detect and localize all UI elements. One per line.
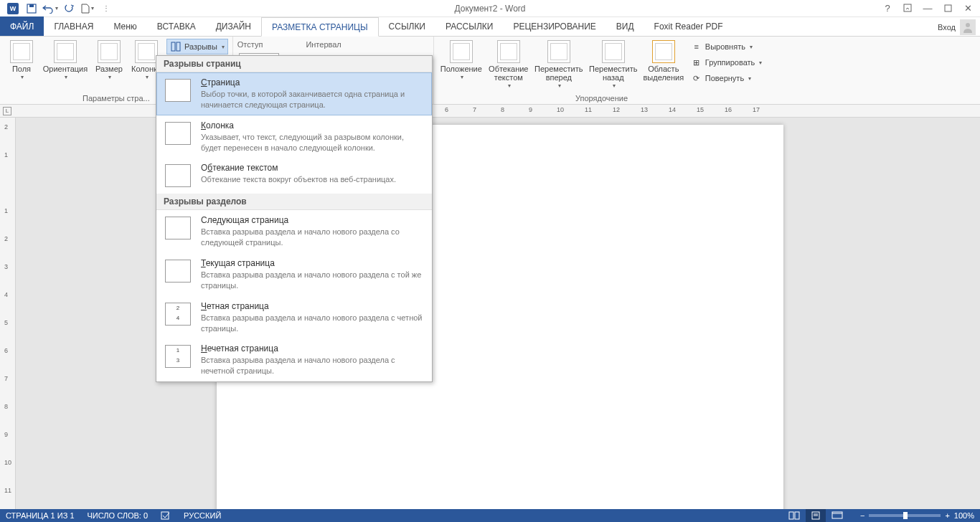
svg-rect-1 — [29, 4, 34, 7]
redo-icon[interactable] — [60, 1, 77, 16]
ruler-vertical[interactable]: 211234567891011 — [0, 118, 16, 509]
wrap-icon — [497, 40, 520, 63]
dropdown-section-section-breaks: Разрывы разделов — [156, 194, 432, 210]
break-text-wrap-title: Обтекание текстом — [201, 163, 425, 173]
break-next-page-icon — [164, 215, 192, 241]
tab-review[interactable]: РЕЦЕНЗИРОВАНИЕ — [503, 16, 606, 36]
view-read-icon[interactable] — [784, 509, 804, 522]
status-page[interactable]: СТРАНИЦА 1 ИЗ 1 — [6, 511, 75, 520]
word-app-icon[interactable]: W — [4, 1, 22, 16]
group-icon: ⊞ — [691, 57, 702, 68]
dropdown-section-page-breaks: Разрывы страниц — [156, 56, 432, 72]
window-controls: ? — ✕ — [878, 0, 977, 16]
close-icon[interactable]: ✕ — [958, 0, 977, 16]
tab-references[interactable]: ССЫЛКИ — [379, 16, 435, 36]
zoom-level[interactable]: 100% — [954, 511, 974, 520]
help-icon[interactable]: ? — [878, 0, 897, 16]
break-odd-page[interactable]: 13 Нечетная страницаВставка разрыва разд… — [156, 338, 432, 381]
avatar-icon — [960, 19, 976, 35]
maximize-icon[interactable] — [938, 0, 957, 16]
ribbon: Поля▾ Ориентация▾ Размер▾ Колонки▾ Разры… — [0, 37, 980, 105]
title-bar: W ▾ ▾ ⋮ Документ2 - Word ? — ✕ — [0, 0, 980, 17]
break-continuous[interactable]: Текущая страницаВставка разрыва раздела … — [156, 253, 432, 296]
status-bar: СТРАНИЦА 1 ИЗ 1 ЧИСЛО СЛОВ: 0 РУССКИЙ − … — [0, 509, 980, 522]
zoom-out-button[interactable]: − — [860, 511, 864, 520]
svg-rect-13 — [832, 512, 842, 518]
break-next-page-title: Следующая страница — [201, 215, 425, 225]
break-column-title: Колонка — [201, 120, 425, 130]
new-doc-icon[interactable]: ▾ — [79, 1, 96, 16]
svg-rect-3 — [945, 5, 951, 11]
ruler-horizontal[interactable]: L 67891011121314151617 — [0, 105, 980, 118]
break-continuous-title: Текущая страница — [201, 258, 425, 268]
tab-menu[interactable]: Меню — [103, 16, 146, 36]
group-arrange-label: Упорядочение — [438, 94, 765, 105]
view-web-icon[interactable] — [827, 509, 847, 522]
svg-rect-9 — [795, 512, 799, 519]
indent-label: Отступ — [237, 40, 263, 49]
forward-icon — [547, 40, 570, 63]
break-column-icon — [164, 120, 192, 146]
svg-rect-6 — [176, 42, 180, 51]
tab-foxit[interactable]: Foxit Reader PDF — [644, 16, 733, 36]
break-column[interactable]: КолонкаУказывает, что текст, следующий з… — [156, 115, 432, 158]
tab-selector-icon[interactable]: L — [3, 107, 11, 115]
spacing-label: Интервал — [306, 40, 341, 49]
status-language[interactable]: РУССКИЙ — [184, 511, 221, 520]
tab-design[interactable]: ДИЗАЙН — [206, 16, 261, 36]
break-continuous-icon — [164, 258, 192, 284]
tab-mailings[interactable]: РАССЫЛКИ — [435, 16, 503, 36]
svg-rect-5 — [171, 42, 175, 51]
orientation-button[interactable]: Ориентация▾ — [42, 39, 89, 82]
tab-home[interactable]: ГЛАВНАЯ — [44, 16, 103, 36]
undo-icon[interactable]: ▾ — [42, 1, 59, 16]
status-proofing-icon[interactable] — [161, 511, 171, 521]
break-page-icon — [164, 77, 192, 103]
rotate-button[interactable]: ⟳Повернуть▾ — [688, 70, 765, 86]
align-button[interactable]: ≡Выровнять▾ — [688, 39, 765, 54]
zoom-in-button[interactable]: + — [945, 511, 949, 520]
tab-file[interactable]: ФАЙЛ — [0, 16, 44, 36]
breaks-dropdown: Разрывы страниц СтраницаВыбор точки, в к… — [156, 55, 433, 382]
group-button[interactable]: ⊞Группировать▾ — [688, 54, 765, 70]
selection-icon — [652, 40, 675, 63]
wrap-button[interactable]: Обтекание текстом▾ — [487, 39, 530, 91]
break-even-page[interactable]: 24 Четная страницаВставка разрыва раздел… — [156, 296, 432, 339]
position-icon — [450, 40, 473, 63]
rotate-icon: ⟳ — [691, 72, 702, 84]
break-odd-page-title: Нечетная страница — [201, 343, 425, 353]
position-button[interactable]: Положение▾ — [438, 39, 484, 82]
save-icon[interactable] — [23, 1, 40, 16]
sign-in-label: Вход — [938, 23, 956, 32]
send-backward-button[interactable]: Переместить назад▾ — [588, 39, 639, 91]
view-buttons — [784, 509, 847, 522]
zoom-slider[interactable] — [869, 514, 941, 517]
bring-forward-button[interactable]: Переместить вперед▾ — [533, 39, 585, 91]
group-arrange: Положение▾ Обтекание текстом▾ Переместит… — [434, 37, 770, 105]
tab-view[interactable]: ВИД — [606, 16, 644, 36]
break-page[interactable]: СтраницаВыбор точки, в которой заканчива… — [156, 72, 432, 115]
tab-page-layout[interactable]: РАЗМЕТКА СТРАНИЦЫ — [261, 17, 379, 37]
qat-customize-icon[interactable]: ⋮ — [98, 1, 115, 16]
break-even-page-icon: 24 — [164, 301, 192, 327]
break-text-wrap[interactable]: Обтекание текстомОбтекание текста вокруг… — [156, 158, 432, 194]
tab-insert[interactable]: ВСТАВКА — [147, 16, 206, 36]
break-next-page[interactable]: Следующая страницаВставка разрыва раздел… — [156, 210, 432, 253]
ribbon-options-icon[interactable] — [898, 0, 917, 16]
view-print-icon[interactable] — [806, 509, 826, 522]
break-even-page-title: Четная страница — [201, 301, 425, 311]
minimize-icon[interactable]: — — [918, 0, 937, 16]
break-page-title: Страница — [201, 77, 425, 87]
quick-access-toolbar: W ▾ ▾ ⋮ — [0, 1, 115, 16]
sign-in[interactable]: Вход — [938, 19, 976, 35]
margins-button[interactable]: Поля▾ — [4, 39, 39, 82]
size-button[interactable]: Размер▾ — [92, 39, 126, 82]
backward-icon — [602, 40, 625, 63]
columns-icon — [135, 40, 158, 63]
breaks-button[interactable]: Разрывы▾ — [166, 39, 228, 54]
align-icon: ≡ — [691, 41, 702, 52]
size-icon — [98, 40, 121, 63]
status-word-count[interactable]: ЧИСЛО СЛОВ: 0 — [88, 511, 149, 520]
svg-point-4 — [966, 23, 970, 27]
selection-pane-button[interactable]: Область выделения — [642, 39, 685, 83]
